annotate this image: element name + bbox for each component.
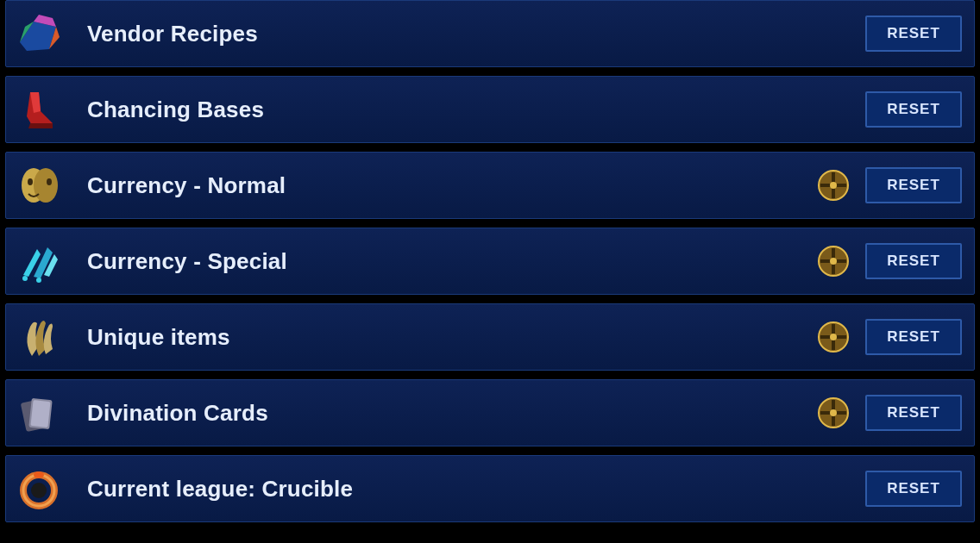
mask-icon bbox=[15, 161, 63, 209]
row-divination-cards[interactable]: Divination Cards RESET bbox=[5, 379, 975, 446]
svg-point-5 bbox=[34, 168, 58, 203]
svg-point-28 bbox=[34, 471, 44, 478]
row-label: Divination Cards bbox=[87, 400, 817, 427]
svg-point-12 bbox=[36, 278, 41, 283]
splinter-icon bbox=[15, 237, 63, 285]
svg-point-15 bbox=[830, 258, 837, 265]
exalted-orb-icon bbox=[817, 169, 850, 202]
exalted-orb-icon bbox=[817, 245, 850, 278]
cards-icon bbox=[15, 389, 63, 437]
row-currency-special[interactable]: Currency - Special RESET bbox=[5, 228, 975, 295]
reset-button[interactable]: RESET bbox=[865, 91, 962, 128]
svg-point-6 bbox=[28, 178, 33, 185]
reset-button[interactable]: RESET bbox=[865, 395, 962, 431]
boots-icon bbox=[15, 85, 63, 134]
reset-button[interactable]: RESET bbox=[865, 319, 962, 355]
category-list: Vendor Recipes RESET Chancing Bases RESE… bbox=[0, 0, 980, 522]
svg-point-10 bbox=[830, 182, 837, 189]
reset-button[interactable]: RESET bbox=[865, 16, 962, 52]
row-label: Vendor Recipes bbox=[87, 21, 865, 47]
svg-point-18 bbox=[830, 334, 837, 340]
reset-button[interactable]: RESET bbox=[865, 167, 962, 203]
row-label: Currency - Normal bbox=[87, 172, 817, 199]
claw-icon bbox=[15, 313, 63, 361]
exalted-orb-icon bbox=[817, 321, 850, 353]
row-currency-normal[interactable]: Currency - Normal RESET bbox=[5, 152, 975, 219]
reset-button[interactable]: RESET bbox=[865, 471, 962, 507]
svg-point-24 bbox=[830, 409, 837, 416]
row-current-league[interactable]: Current league: Crucible RESET bbox=[5, 455, 975, 522]
svg-point-11 bbox=[22, 276, 28, 281]
row-chancing-bases[interactable]: Chancing Bases RESET bbox=[5, 76, 975, 143]
svg-rect-21 bbox=[30, 400, 50, 428]
row-unique-items[interactable]: Unique items RESET bbox=[5, 303, 975, 371]
row-vendor-recipes[interactable]: Vendor Recipes RESET bbox=[5, 0, 975, 67]
row-label: Chancing Bases bbox=[87, 97, 865, 123]
row-label: Currency - Special bbox=[87, 248, 817, 275]
exalted-orb-icon bbox=[817, 396, 850, 429]
svg-point-7 bbox=[47, 178, 52, 185]
row-label: Current league: Crucible bbox=[87, 476, 865, 502]
svg-point-27 bbox=[31, 483, 47, 498]
reset-button[interactable]: RESET bbox=[865, 243, 962, 279]
row-label: Unique items bbox=[87, 324, 817, 351]
ring-icon bbox=[15, 465, 63, 513]
prism-icon bbox=[15, 9, 63, 58]
